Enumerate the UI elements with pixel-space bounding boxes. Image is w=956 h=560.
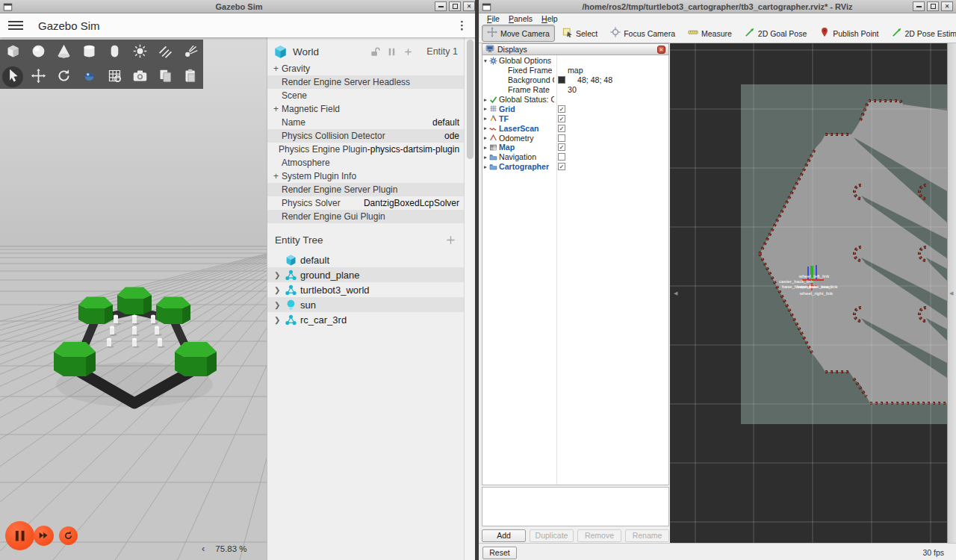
gazebo-3d-viewport[interactable]: ‹ 75.83 % bbox=[0, 37, 267, 560]
collapse-left-icon[interactable]: ◀ bbox=[674, 290, 677, 296]
property-row[interactable]: + Gravity bbox=[267, 62, 464, 75]
display-row[interactable]: Background Colo 48; 48; 48 bbox=[482, 75, 668, 85]
display-row[interactable]: Global Status: O bbox=[482, 95, 668, 105]
pause-button[interactable] bbox=[5, 521, 34, 550]
property-row[interactable]: + System Plugin Info bbox=[267, 169, 464, 183]
property-row[interactable]: + Physics Engine Plugin -physics-dartsim… bbox=[267, 143, 464, 156]
tool-button[interactable]: Focus Camera bbox=[605, 25, 680, 42]
property-row[interactable]: + Render Engine Server Plugin bbox=[267, 183, 464, 196]
entity-row[interactable]: ❯ default bbox=[267, 252, 464, 267]
menu-item[interactable]: File bbox=[482, 14, 504, 23]
close-icon[interactable]: ✕ bbox=[463, 1, 475, 11]
expand-plus-icon[interactable]: + bbox=[273, 171, 282, 181]
minimize-icon[interactable] bbox=[435, 1, 447, 11]
expander-icon[interactable] bbox=[482, 154, 489, 161]
entity-tree-add-icon[interactable] bbox=[445, 234, 456, 246]
rviz-3d-view[interactable]: wheel_left_link caster_back_link base_fo… bbox=[670, 43, 947, 543]
chevron-right-icon[interactable]: ❯ bbox=[274, 271, 282, 279]
display-checkbox[interactable] bbox=[558, 163, 565, 170]
reset-sim-button[interactable] bbox=[59, 526, 78, 545]
property-row[interactable]: + Scene bbox=[267, 89, 464, 102]
expander-icon[interactable] bbox=[482, 96, 489, 103]
display-checkbox[interactable] bbox=[558, 134, 565, 142]
add-entity-icon[interactable] bbox=[403, 46, 414, 57]
property-row[interactable]: + Name default bbox=[267, 116, 464, 129]
close-icon[interactable]: ✕ bbox=[941, 1, 953, 11]
display-row[interactable]: Navigation bbox=[482, 152, 668, 162]
tool-button[interactable]: 2D Goal Pose bbox=[739, 25, 812, 42]
menu-item[interactable]: Panels bbox=[504, 14, 537, 23]
expander-icon[interactable] bbox=[482, 144, 489, 151]
entity-label: Entity 1 bbox=[426, 46, 458, 57]
expand-plus-icon[interactable]: + bbox=[273, 104, 282, 114]
display-checkbox[interactable] bbox=[558, 153, 565, 161]
display-value[interactable]: map bbox=[568, 66, 583, 75]
hamburger-menu-icon[interactable] bbox=[8, 19, 23, 32]
chevron-right-icon[interactable]: ❯ bbox=[274, 316, 282, 324]
display-action-button[interactable]: Remove bbox=[577, 529, 621, 542]
tool-button[interactable]: Move Camera bbox=[482, 25, 555, 42]
display-action-button[interactable]: Rename bbox=[625, 529, 669, 542]
display-row[interactable]: Global Options bbox=[482, 56, 668, 66]
rviz-titlebar[interactable]: /home/ros2/tmp/turtlebot3_cartographer/t… bbox=[479, 0, 956, 13]
display-checkbox[interactable] bbox=[558, 125, 565, 132]
chevron-right-icon[interactable]: ❯ bbox=[274, 301, 282, 309]
expander-icon[interactable] bbox=[482, 105, 489, 112]
chevron-right-icon[interactable]: ❯ bbox=[274, 286, 282, 294]
display-value[interactable]: 48; 48; 48 bbox=[577, 75, 612, 84]
entity-tree-list: ❯ default ❯ ground_plane ❯ turtlebot3_wo… bbox=[267, 252, 464, 327]
display-action-button[interactable]: Duplicate bbox=[530, 529, 574, 542]
views-panel-strip[interactable]: ◀ bbox=[947, 43, 956, 543]
display-row[interactable]: LaserScan bbox=[482, 123, 668, 133]
entity-row[interactable]: ❯ rc_car_3rd bbox=[267, 312, 464, 327]
property-row[interactable]: + Physics Collision Detector ode bbox=[267, 129, 464, 143]
display-row[interactable]: Odometry bbox=[482, 133, 668, 143]
expander-icon[interactable] bbox=[482, 125, 489, 131]
entity-row[interactable]: ❯ turtlebot3_world bbox=[267, 282, 464, 297]
color-swatch[interactable] bbox=[558, 76, 565, 84]
menu-item[interactable]: Help bbox=[537, 14, 562, 23]
property-row[interactable]: + Atmosphere bbox=[267, 156, 464, 169]
display-checkbox[interactable] bbox=[558, 105, 565, 113]
gazebo-titlebar[interactable]: Gazebo Sim ✕ bbox=[0, 0, 478, 13]
display-row[interactable]: Fixed Frame map bbox=[482, 66, 668, 75]
collapse-right-icon[interactable]: ◀ bbox=[949, 290, 953, 296]
panel-scrollbar[interactable] bbox=[464, 37, 476, 560]
property-row[interactable]: + Render Engine Gui Plugin bbox=[267, 210, 464, 223]
display-checkbox[interactable] bbox=[558, 115, 565, 122]
display-action-button[interactable]: Add bbox=[482, 529, 526, 542]
expander-icon[interactable] bbox=[482, 57, 489, 64]
pause-updates-icon[interactable] bbox=[386, 46, 397, 57]
expander-icon[interactable] bbox=[482, 134, 489, 141]
maximize-icon[interactable] bbox=[449, 1, 461, 11]
display-value[interactable]: 30 bbox=[568, 85, 577, 94]
kebab-menu-icon[interactable]: ⋮ bbox=[456, 19, 468, 32]
expand-plus-icon[interactable]: + bbox=[273, 63, 282, 74]
minimize-icon[interactable] bbox=[913, 1, 925, 11]
reset-button[interactable]: Reset bbox=[482, 547, 517, 559]
lock-icon[interactable] bbox=[370, 46, 381, 57]
display-row[interactable]: TF bbox=[482, 113, 668, 123]
scrollbar-thumb[interactable] bbox=[467, 40, 474, 159]
displays-header[interactable]: Displays ✕ bbox=[482, 43, 669, 55]
maximize-icon[interactable] bbox=[927, 1, 939, 11]
rtf-expand-icon[interactable]: ‹ bbox=[202, 543, 205, 554]
expander-icon[interactable] bbox=[482, 115, 489, 122]
display-row[interactable]: Cartographer bbox=[482, 162, 668, 172]
tool-button[interactable]: 2D Pose Estimate bbox=[887, 25, 956, 42]
tool-button[interactable]: Select bbox=[557, 25, 603, 42]
step-forward-button[interactable] bbox=[34, 526, 54, 546]
expander-icon[interactable] bbox=[482, 164, 489, 170]
tool-button[interactable]: Publish Point bbox=[814, 25, 884, 42]
property-row[interactable]: + Magnetic Field bbox=[267, 102, 464, 116]
display-row[interactable]: Frame Rate 30 bbox=[482, 85, 668, 95]
display-row[interactable]: Map bbox=[482, 143, 668, 152]
tool-button[interactable]: Measure bbox=[683, 25, 737, 42]
panel-close-icon[interactable]: ✕ bbox=[657, 46, 665, 54]
display-row[interactable]: Grid bbox=[482, 104, 668, 113]
property-row[interactable]: + Physics Solver DantzigBoxedLcpSolver bbox=[267, 196, 464, 210]
property-row[interactable]: + Render Engine Server Headless bbox=[267, 75, 464, 89]
display-checkbox[interactable] bbox=[558, 143, 565, 151]
entity-row[interactable]: ❯ ground_plane bbox=[267, 267, 464, 282]
entity-row[interactable]: ❯ sun bbox=[267, 297, 464, 312]
